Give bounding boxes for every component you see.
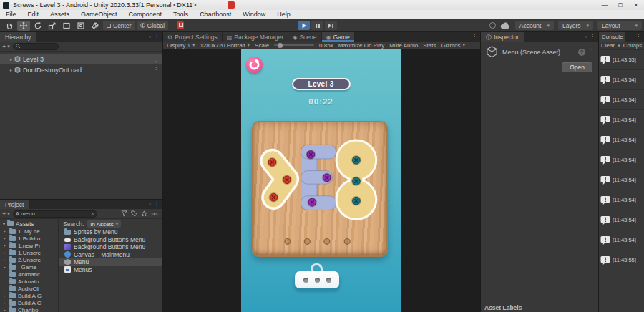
menu-item[interactable]: Window (237, 10, 271, 19)
search-by-type-icon[interactable] (121, 210, 127, 217)
lock-icon[interactable]: ▫ (585, 34, 587, 40)
project-folder-item[interactable]: ▸ AudioCli (0, 285, 58, 292)
stats-toggle[interactable]: Stats (423, 42, 436, 49)
screw-purple[interactable] (306, 150, 316, 160)
create-dropdown[interactable]: + ▾ (2, 210, 10, 218)
play-button[interactable] (298, 21, 310, 30)
project-folder-item[interactable]: ▸ 1.new Pr (0, 242, 58, 249)
maximize-on-play-toggle[interactable]: Maximize On Play (338, 42, 384, 49)
hierarchy-item[interactable]: ▸ Level 3 ⋮ (0, 54, 162, 64)
tab-console[interactable]: Console (599, 32, 625, 42)
slider-thumb[interactable] (278, 43, 283, 48)
foldout-arrow-icon[interactable]: ▸ (10, 57, 12, 62)
create-dropdown[interactable]: + ▾ (2, 43, 10, 50)
minimize-button[interactable]: — (597, 0, 613, 10)
asset-result-item[interactable]: Menu (59, 258, 162, 266)
resolution-dropdown[interactable]: 1280x720 Portrait ▾ (200, 42, 250, 49)
gameview-tab[interactable]: Scene (288, 32, 321, 42)
display-dropdown[interactable]: Display 1 ▾ (167, 42, 195, 49)
console-log-entry[interactable]: [11:43:54] (599, 110, 644, 130)
menu-item[interactable]: Help (271, 10, 296, 19)
project-folder-item[interactable]: ▸ Animato (0, 278, 58, 285)
kebab-menu-icon[interactable]: ⋮ (154, 34, 160, 40)
menu-item[interactable]: Edit (22, 10, 45, 19)
project-folder-item[interactable]: ▸ 1.Build o (0, 235, 58, 242)
menu-item[interactable]: Chartboost (194, 10, 237, 19)
project-folder-item[interactable]: ▸ Chartbo (0, 306, 58, 312)
asset-result-item[interactable]: Background Buttons Menu (59, 236, 162, 244)
hierarchy-search-input[interactable] (13, 43, 59, 50)
foldout-arrow-icon[interactable]: ▸ (4, 293, 7, 298)
console-log-entry[interactable]: [11:43:55] (599, 250, 644, 270)
custom-tool-button[interactable] (89, 21, 102, 31)
tab-hierarchy[interactable]: Hierarchy (0, 32, 36, 42)
eye-icon[interactable] (151, 211, 158, 217)
foldout-arrow-icon[interactable]: ▸ (4, 250, 7, 255)
rect-tool-button[interactable] (60, 21, 73, 31)
clear-search-icon[interactable]: × (91, 210, 94, 217)
project-folder-item[interactable]: ▸ _Game (0, 263, 58, 270)
console-log-entry[interactable]: [11:43:54] (599, 230, 644, 250)
pivot-mode-button[interactable]: Center (103, 21, 135, 30)
step-button[interactable] (325, 21, 337, 30)
console-log-entry[interactable]: [11:43:54] (599, 170, 644, 190)
console-log-entry[interactable]: [11:43:54] (599, 70, 644, 90)
alert-icon[interactable] (177, 21, 184, 29)
gizmos-dropdown[interactable]: Gizmos ▾ (441, 42, 465, 49)
menu-item[interactable]: Component (123, 10, 168, 19)
foldout-arrow-icon[interactable]: ▸ (4, 229, 7, 233)
screw-teal[interactable] (351, 196, 361, 206)
search-scope-chip[interactable]: In Assets ▾ (87, 220, 121, 228)
menu-item[interactable]: Assets (44, 10, 75, 19)
menu-item[interactable]: File (0, 10, 22, 19)
collapse-toggle[interactable]: Collaps (623, 42, 643, 49)
screw-purple[interactable] (307, 198, 317, 208)
pause-button[interactable] (311, 21, 323, 30)
tab-inspector[interactable]: Inspector (481, 32, 524, 42)
asset-labels-footer[interactable]: Asset Labels (481, 303, 598, 312)
screw-teal[interactable] (351, 176, 361, 186)
console-log-entry[interactable]: [11:43:54] (599, 150, 644, 170)
move-tool-button[interactable] (17, 21, 30, 31)
foldout-arrow-icon[interactable]: ▸ (10, 67, 12, 72)
menu-item[interactable]: GameObject (75, 10, 123, 19)
layers-dropdown[interactable]: Layers ▾ (558, 21, 593, 30)
asset-result-item[interactable]: Background Buttons Menu (59, 243, 162, 251)
open-button[interactable]: Open (562, 62, 592, 72)
menu-item[interactable]: Tools (167, 10, 194, 19)
kebab-menu-icon[interactable]: ⋮ (153, 56, 159, 62)
screw-red[interactable] (269, 192, 279, 203)
foldout-arrow-icon[interactable]: ▾ (3, 221, 5, 226)
transform-tool-button[interactable] (74, 21, 87, 31)
help-icon[interactable]: ? (578, 49, 585, 56)
chevron-down-icon[interactable]: ▾ (618, 43, 620, 49)
asset-result-item[interactable]: Canvas – MainMenu (59, 251, 162, 259)
foldout-arrow-icon[interactable]: ▸ (4, 308, 7, 312)
favorites-star-icon[interactable] (141, 210, 147, 217)
assets-root-item[interactable]: ▾ Assets (0, 220, 58, 228)
foldout-arrow-icon[interactable]: ▸ (4, 265, 7, 269)
screw-teal[interactable] (351, 155, 361, 165)
asset-result-item[interactable]: Menus (59, 266, 162, 274)
kebab-menu-icon[interactable]: ⋮ (153, 67, 159, 73)
project-folder-item[interactable]: ▸ Animatic (0, 270, 58, 278)
clear-button[interactable]: Clear (601, 42, 615, 49)
project-folder-item[interactable]: ▸ Build A G (0, 292, 58, 299)
label-icon[interactable] (131, 210, 137, 217)
project-folder-item[interactable]: ▸ 1. My ne (0, 228, 58, 235)
project-search-input[interactable]: A menu × (13, 210, 97, 218)
console-log-entry[interactable]: [11:43:54] (599, 130, 644, 150)
foldout-arrow-icon[interactable]: ▸ (4, 301, 7, 305)
pan-tool-button[interactable] (3, 21, 16, 31)
gameview-tab[interactable]: Package Manager (223, 32, 289, 42)
scale-slider[interactable] (274, 44, 314, 46)
kebab-menu-icon[interactable]: ⋮ (154, 201, 160, 208)
kebab-menu-icon[interactable]: ⋮ (590, 34, 595, 40)
mute-audio-toggle[interactable]: Mute Audio (389, 42, 418, 49)
project-folder-item[interactable]: ▸ 1.Unscre (0, 249, 58, 256)
maximize-button[interactable]: □ (613, 0, 628, 10)
hierarchy-item[interactable]: ▸ DontDestroyOnLoad ⋮ (0, 64, 162, 75)
rotate-tool-button[interactable] (31, 21, 44, 31)
gameview-tab[interactable]: Game (322, 32, 355, 42)
restart-button[interactable] (246, 57, 263, 73)
